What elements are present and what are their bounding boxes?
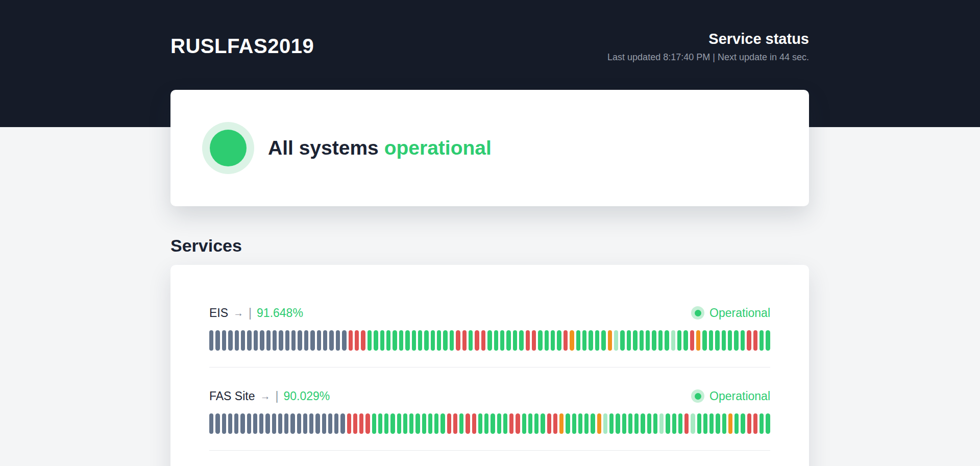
uptime-bar[interactable] [428, 413, 432, 434]
uptime-bar[interactable] [647, 413, 651, 434]
uptime-bar[interactable] [545, 330, 549, 351]
uptime-bar[interactable] [627, 330, 631, 351]
uptime-bar[interactable] [678, 413, 682, 434]
uptime-bar[interactable] [315, 413, 320, 434]
arrow-right-icon[interactable]: → [233, 307, 243, 319]
uptime-bar[interactable] [534, 413, 538, 434]
uptime-bar[interactable] [614, 330, 618, 351]
uptime-bar[interactable] [349, 330, 353, 351]
uptime-bar[interactable] [553, 413, 557, 434]
uptime-bar[interactable] [603, 413, 607, 434]
uptime-bar[interactable] [469, 330, 473, 351]
uptime-bar[interactable] [728, 413, 732, 434]
uptime-bar[interactable] [247, 413, 251, 434]
uptime-bar[interactable] [715, 330, 719, 351]
uptime-bar[interactable] [342, 330, 346, 351]
uptime-bar[interactable] [616, 413, 620, 434]
uptime-bar[interactable] [260, 330, 264, 351]
uptime-bar[interactable] [691, 413, 695, 434]
service-link[interactable]: FAS Site → | 90.029% [209, 389, 330, 403]
uptime-bar[interactable] [254, 330, 258, 351]
uptime-bar[interactable] [484, 413, 488, 434]
uptime-bar[interactable] [347, 413, 351, 434]
uptime-bar[interactable] [453, 413, 457, 434]
uptime-bar[interactable] [753, 413, 757, 434]
uptime-bar[interactable] [532, 330, 536, 351]
uptime-bar[interactable] [570, 330, 574, 351]
uptime-bar[interactable] [240, 413, 244, 434]
uptime-bar[interactable] [591, 413, 595, 434]
uptime-bar[interactable] [620, 330, 624, 351]
uptime-bar[interactable] [653, 413, 657, 434]
uptime-bar[interactable] [519, 330, 523, 351]
uptime-bar[interactable] [437, 330, 441, 351]
uptime-bar[interactable] [291, 330, 296, 351]
uptime-bar[interactable] [465, 413, 470, 434]
uptime-bar[interactable] [368, 330, 372, 351]
uptime-bar[interactable] [372, 413, 376, 434]
uptime-bar[interactable] [374, 330, 378, 351]
uptime-bar[interactable] [403, 413, 407, 434]
uptime-bar[interactable] [703, 413, 707, 434]
uptime-bar[interactable] [595, 330, 599, 351]
uptime-bar[interactable] [412, 330, 416, 351]
uptime-bar[interactable] [722, 413, 726, 434]
uptime-bar[interactable] [265, 413, 270, 434]
uptime-bar[interactable] [259, 413, 263, 434]
uptime-bar[interactable] [766, 413, 770, 434]
uptime-bar[interactable] [566, 413, 570, 434]
uptime-bar[interactable] [290, 413, 295, 434]
uptime-bar[interactable] [310, 330, 314, 351]
uptime-bar[interactable] [279, 330, 283, 351]
uptime-bar[interactable] [503, 413, 507, 434]
uptime-bar[interactable] [601, 330, 605, 351]
uptime-bar[interactable] [235, 330, 239, 351]
uptime-bar[interactable] [597, 413, 601, 434]
uptime-bar[interactable] [506, 330, 510, 351]
uptime-bar[interactable] [766, 330, 770, 351]
uptime-bar[interactable] [462, 330, 467, 351]
uptime-bar[interactable] [386, 330, 390, 351]
uptime-bar[interactable] [608, 330, 612, 351]
uptime-bar[interactable] [683, 330, 688, 351]
uptime-bar[interactable] [365, 413, 370, 434]
uptime-bar[interactable] [697, 413, 701, 434]
uptime-bar[interactable] [622, 413, 626, 434]
uptime-bar[interactable] [440, 413, 445, 434]
uptime-bar[interactable] [497, 413, 501, 434]
uptime-bar[interactable] [640, 330, 644, 351]
uptime-bar[interactable] [677, 330, 681, 351]
uptime-bar[interactable] [481, 330, 485, 351]
uptime-bar[interactable] [760, 413, 764, 434]
uptime-bar[interactable] [361, 330, 365, 351]
uptime-bar[interactable] [702, 330, 706, 351]
uptime-bar[interactable] [741, 413, 745, 434]
uptime-bar[interactable] [322, 413, 326, 434]
uptime-bar[interactable] [584, 413, 589, 434]
uptime-bar[interactable] [456, 330, 460, 351]
uptime-bar[interactable] [709, 330, 713, 351]
uptime-bar[interactable] [222, 330, 226, 351]
uptime-bar[interactable] [582, 330, 586, 351]
uptime-bar[interactable] [336, 330, 340, 351]
uptime-bar[interactable] [747, 330, 751, 351]
uptime-bar[interactable] [359, 413, 363, 434]
uptime-bar[interactable] [384, 413, 388, 434]
uptime-bar[interactable] [431, 330, 435, 351]
uptime-bar[interactable] [734, 330, 738, 351]
uptime-bar[interactable] [323, 330, 327, 351]
uptime-bar[interactable] [665, 330, 669, 351]
uptime-bar[interactable] [500, 330, 504, 351]
uptime-bar[interactable] [328, 413, 332, 434]
uptime-bar[interactable] [209, 330, 213, 351]
uptime-bar[interactable] [658, 330, 663, 351]
uptime-bar[interactable] [634, 413, 639, 434]
uptime-bar[interactable] [303, 413, 307, 434]
uptime-bar[interactable] [541, 413, 545, 434]
uptime-bar[interactable] [215, 330, 219, 351]
uptime-bar[interactable] [728, 330, 732, 351]
uptime-bar[interactable] [652, 330, 656, 351]
service-name[interactable]: EIS [209, 306, 228, 320]
uptime-bar[interactable] [741, 330, 745, 351]
uptime-bar[interactable] [671, 330, 675, 351]
